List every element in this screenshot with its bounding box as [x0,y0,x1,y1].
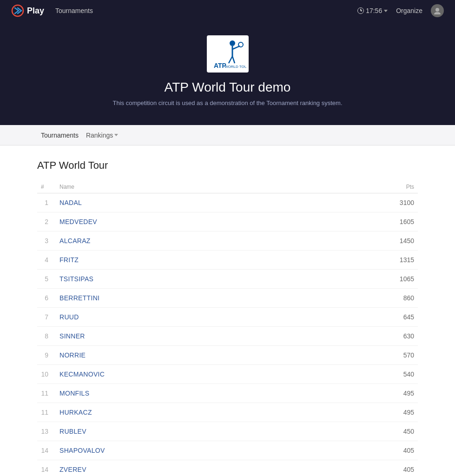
player-name: ALCARAZ [56,231,326,251]
rankings-chevron-icon [114,134,118,136]
player-pts: 540 [326,365,418,384]
svg-text:WORLD TOUR: WORLD TOUR [224,65,246,69]
player-name: NORRIE [56,346,326,365]
rank-number: 14 [37,460,56,476]
rank-number: 1 [37,193,56,212]
atp-logo: ATP WORLD TOUR [207,35,249,73]
player-pts: 645 [326,308,418,327]
player-pts: 1065 [326,270,418,289]
player-name: SHAPOVALOV [56,441,326,460]
player-name: ZVEREV [56,460,326,476]
col-name-header: Name [56,181,326,193]
time-chevron-icon [384,10,388,12]
subnav: Tournaments Rankings [0,125,455,145]
organize-link[interactable]: Organize [396,7,422,14]
section-title: ATP World Tour [37,159,418,172]
player-pts: 405 [326,441,418,460]
table-row[interactable]: 9 NORRIE 570 [37,346,418,365]
rank-number: 10 [37,365,56,384]
subnav-tournaments[interactable]: Tournaments [37,125,82,145]
player-name: MEDVEDEV [56,212,326,231]
table-row[interactable]: 7 RUUD 645 [37,308,418,327]
svg-point-5 [238,42,243,47]
player-name: MONFILS [56,384,326,403]
player-name: RUBLEV [56,422,326,441]
brand-link[interactable]: Play [11,4,44,17]
rank-number: 4 [37,251,56,270]
hero-title: ATP World Tour demo [165,80,291,95]
main-content: ATP World Tour # Name Pts 1 NADAL 3100 2… [0,145,455,476]
table-row[interactable]: 14 SHAPOVALOV 405 [37,441,418,460]
player-pts: 860 [326,289,418,308]
brand-logo-icon [11,4,24,17]
svg-line-7 [232,56,235,63]
player-pts: 1450 [326,231,418,251]
time-value: 17:56 [366,7,382,14]
player-pts: 495 [326,403,418,422]
hero-subtitle: This competition circuit is used as a de… [113,99,343,106]
player-name: KECMANOVIC [56,365,326,384]
table-row[interactable]: 10 KECMANOVIC 540 [37,365,418,384]
rank-number: 8 [37,327,56,346]
player-pts: 495 [326,384,418,403]
svg-line-6 [229,56,232,63]
player-pts: 1315 [326,251,418,270]
player-pts: 1605 [326,212,418,231]
table-row[interactable]: 1 NADAL 3100 [37,193,418,212]
rank-number: 2 [37,212,56,231]
table-row[interactable]: 11 HURKACZ 495 [37,403,418,422]
table-row[interactable]: 14 ZVEREV 405 [37,460,418,476]
table-row[interactable]: 4 FRITZ 1315 [37,251,418,270]
rank-number: 14 [37,441,56,460]
svg-point-1 [435,8,439,12]
player-name: RUUD [56,308,326,327]
table-row[interactable]: 2 MEDVEDEV 1605 [37,212,418,231]
table-row[interactable]: 13 RUBLEV 450 [37,422,418,441]
rank-number: 7 [37,308,56,327]
navbar-right: 17:56 Organize [357,4,444,17]
rank-number: 9 [37,346,56,365]
rank-number: 13 [37,422,56,441]
rank-number: 5 [37,270,56,289]
table-row[interactable]: 11 MONFILS 495 [37,384,418,403]
atp-logo-svg: ATP WORLD TOUR [209,38,246,70]
time-display[interactable]: 17:56 [357,7,388,14]
navbar: Play Tournaments 17:56 Organize [0,0,455,21]
tournaments-nav-link[interactable]: Tournaments [55,7,93,14]
player-pts: 3100 [326,193,418,212]
user-avatar[interactable] [431,4,444,17]
player-name: NADAL [56,193,326,212]
hero-section: ATP WORLD TOUR ATP World Tour demo This … [0,21,455,125]
table-row[interactable]: 6 BERRETTINI 860 [37,289,418,308]
table-row[interactable]: 5 TSITSIPAS 1065 [37,270,418,289]
svg-point-2 [230,40,235,46]
player-name: HURKACZ [56,403,326,422]
rank-number: 11 [37,403,56,422]
player-pts: 630 [326,327,418,346]
account-icon [433,7,442,15]
clock-icon [357,7,364,14]
table-row[interactable]: 8 SINNER 630 [37,327,418,346]
rank-number: 3 [37,231,56,251]
ranking-table: # Name Pts 1 NADAL 3100 2 MEDVEDEV 1605 … [37,181,418,476]
rank-number: 11 [37,384,56,403]
table-header-row: # Name Pts [37,181,418,193]
player-pts: 405 [326,460,418,476]
player-name: BERRETTINI [56,289,326,308]
player-pts: 450 [326,422,418,441]
col-pts-header: Pts [326,181,418,193]
subnav-rankings[interactable]: Rankings [82,125,122,145]
rank-number: 6 [37,289,56,308]
player-name: TSITSIPAS [56,270,326,289]
player-pts: 570 [326,346,418,365]
player-name: SINNER [56,327,326,346]
player-name: FRITZ [56,251,326,270]
table-row[interactable]: 3 ALCARAZ 1450 [37,231,418,251]
col-rank-header: # [37,181,56,193]
brand-name-label: Play [27,6,44,16]
